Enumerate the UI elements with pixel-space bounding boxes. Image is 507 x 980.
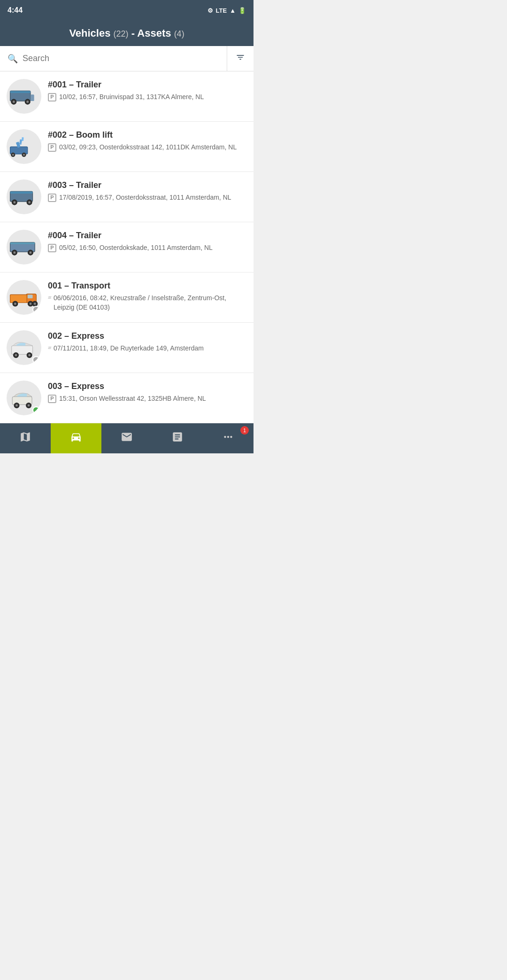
vehicle-info: 002 – Express ᶻᶻ 07/11/2011, 18:49, De R… [48,330,247,354]
location-text: 03/02, 09:23, Oosterdoksstraat 142, 1011… [59,143,237,152]
vehicles-label: Vehicles [69,27,110,39]
header-title: Vehicles (22) - Assets (4) [8,27,246,39]
vehicle-info: #003 – Trailer P 17/08/2019, 16:57, Oost… [48,179,247,202]
location-text: 05/02, 16:50, Oosterdokskade, 1011 Amste… [59,243,213,253]
svg-point-35 [34,303,36,305]
list-item[interactable]: #003 – Trailer P 17/08/2019, 16:57, Oost… [0,172,254,222]
vehicle-location: P 03/02, 09:23, Oosterdoksstraat 142, 10… [48,143,247,152]
svg-rect-6 [10,91,31,93]
search-icon: 🔍 [8,54,18,64]
status-time: 4:44 [8,6,23,15]
avatar [7,179,41,214]
search-input[interactable] [23,54,219,63]
vehicle-name: #003 – Trailer [48,180,247,190]
location-text: 17/08/2019, 16:57, Oosterdoksstraat, 101… [59,193,231,202]
svg-point-19 [28,201,31,203]
nav-item-vehicles[interactable] [51,423,101,453]
signal-icon: ▲ [230,7,236,14]
assets-count: (4) [174,29,184,39]
svg-point-14 [23,154,25,156]
vehicle-image [9,388,38,408]
svg-point-12 [12,154,14,156]
vehicle-list: #001 – Trailer P 10/02, 16:57, Bruinvisp… [0,71,254,423]
list-item[interactable]: 001 – Transport ᶻᶻ 06/06/2016, 08:42, Kr… [0,272,254,323]
svg-point-17 [14,201,16,203]
status-dot-gray [32,356,40,364]
vehicle-info: 001 – Transport ᶻᶻ 06/06/2016, 08:42, Kr… [48,280,247,312]
svg-rect-20 [10,191,33,194]
vehicle-image [9,187,38,207]
vehicle-image [9,337,38,358]
separator: - [131,27,138,39]
svg-point-40 [28,354,31,357]
nav-item-tasks[interactable] [152,423,203,453]
vehicle-name: 001 – Transport [48,281,247,291]
vehicle-location: P 10/02, 16:57, Bruinvispad 31, 1317KA A… [48,93,247,102]
more-icon [222,431,234,446]
vehicle-image [9,237,38,257]
list-item[interactable]: #004 – Trailer P 05/02, 16:50, Oosterdok… [0,222,254,272]
tasks-icon [171,431,184,446]
svg-point-5 [26,101,29,103]
list-item[interactable]: #001 – Trailer P 10/02, 16:57, Bruinvisp… [0,71,254,122]
header: Vehicles (22) - Assets (4) [0,21,254,46]
svg-point-25 [30,251,32,254]
svg-rect-1 [31,94,34,101]
avatar [7,330,41,365]
assets-label: Assets [137,27,171,39]
filter-icon [236,53,245,62]
vehicle-location: P 05/02, 16:50, Oosterdokskade, 1011 Ams… [48,243,247,253]
svg-rect-26 [10,242,35,244]
avatar [7,381,41,415]
svg-point-45 [28,404,30,407]
parking-icon: P [48,194,56,202]
vehicle-name: 003 – Express [48,381,247,391]
vehicle-image [9,136,38,157]
svg-rect-10 [22,137,24,141]
list-item[interactable]: #002 – Boom lift P 03/02, 09:23, Oosterd… [0,122,254,172]
list-item[interactable]: 002 – Express ᶻᶻ 07/11/2011, 18:49, De R… [0,323,254,373]
battery-icon: 🔋 [238,7,246,14]
filter-button[interactable] [227,46,254,71]
vehicle-location: P 17/08/2019, 16:57, Oosterdoksstraat, 1… [48,193,247,202]
vehicle-info: #002 – Boom lift P 03/02, 09:23, Oosterd… [48,129,247,152]
svg-rect-29 [10,295,27,303]
vehicle-location: ᶻᶻ 06/06/2016, 08:42, Kreuzstraße / Inse… [48,294,247,312]
nav-item-map[interactable] [0,423,51,453]
nav-item-messages[interactable] [101,423,152,453]
avatar [7,230,41,264]
location-text: 06/06/2016, 08:42, Kreuzstraße / Inselst… [54,294,247,312]
vehicle-name: #002 – Boom lift [48,130,247,140]
svg-point-43 [15,404,18,407]
vehicle-info: #004 – Trailer P 05/02, 16:50, Oosterdok… [48,230,247,253]
status-dot-gray [32,306,40,313]
location-text: 10/02, 16:57, Bruinvispad 31, 1317KA Alm… [59,93,204,102]
vehicle-image [9,86,38,107]
vehicle-name: #001 – Trailer [48,80,247,90]
vehicle-name: 002 – Express [48,331,247,341]
svg-point-31 [14,303,16,305]
status-bar: 4:44 ⚙ LTE ▲ 🔋 [0,0,254,21]
vehicle-image [9,287,38,308]
location-text: 15:31, Orson Wellesstraat 42, 1325HB Alm… [59,394,206,404]
vehicle-location: P 15:31, Orson Wellesstraat 42, 1325HB A… [48,394,247,404]
search-bar: 🔍 [0,46,254,71]
avatar [7,129,41,164]
avatar [7,280,41,315]
sleep-icon: ᶻᶻ [48,344,51,354]
status-icons: ⚙ LTE ▲ 🔋 [207,7,246,14]
list-item[interactable]: 003 – Express P 15:31, Orson Wellesstraa… [0,373,254,423]
vehicles-count: (22) [114,29,129,39]
nav-item-more[interactable]: 1 [203,423,254,453]
vehicle-name: #004 – Trailer [48,231,247,241]
mail-icon [121,431,133,446]
parking-icon: P [48,143,56,152]
bottom-nav: 1 [0,423,254,453]
search-wrapper: 🔍 [0,47,227,70]
notification-badge: 1 [240,426,249,435]
location-text: 07/11/2011, 18:49, De Ruyterkade 149, Am… [54,344,204,353]
vehicle-info: #001 – Trailer P 10/02, 16:57, Bruinvisp… [48,79,247,102]
svg-point-3 [13,101,15,103]
parking-icon: P [48,93,56,101]
vehicle-info: 003 – Express P 15:31, Orson Wellesstraa… [48,381,247,404]
